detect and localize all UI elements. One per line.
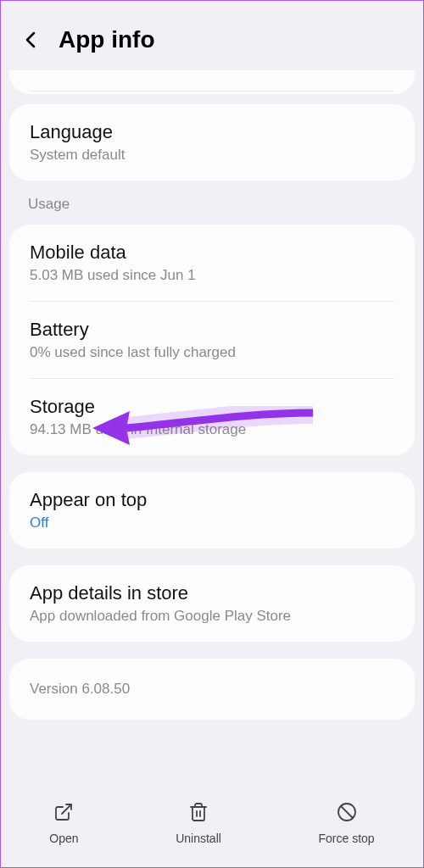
usage-card: Mobile data 5.03 MB used since Jun 1 Bat…	[9, 225, 415, 455]
open-icon	[53, 802, 74, 825]
button-label: Open	[49, 832, 78, 845]
button-label: Force stop	[319, 832, 375, 845]
item-title: Storage	[30, 396, 394, 418]
page-title: App info	[59, 26, 155, 53]
list-item-app-details[interactable]: App details in store App downloaded from…	[9, 565, 415, 642]
trash-icon	[188, 802, 209, 825]
app-details-card: App details in store App downloaded from…	[9, 565, 415, 642]
bottom-action-bar: Open Uninstall Force stop	[1, 787, 423, 867]
version-text: Version 6.08.50	[30, 681, 394, 698]
uninstall-button[interactable]: Uninstall	[176, 802, 221, 845]
item-title: App details in store	[30, 582, 394, 604]
item-sub: App downloaded from Google Play Store	[30, 608, 394, 625]
item-title: Mobile data	[30, 242, 394, 264]
item-value-link: Off	[30, 515, 394, 531]
app-header: App info	[1, 1, 423, 70]
item-sub: 94.13 MB used in Internal storage	[30, 421, 394, 438]
item-title: Battery	[30, 319, 394, 341]
stop-icon	[337, 802, 357, 825]
language-card: Language System default	[9, 104, 415, 181]
item-sub: 0% used since last fully charged	[30, 344, 394, 361]
back-icon[interactable]	[21, 30, 42, 50]
svg-line-5	[341, 806, 353, 818]
list-item-storage[interactable]: Storage 94.13 MB used in Internal storag…	[9, 379, 415, 455]
appear-on-top-card: Appear on top Off	[9, 472, 415, 548]
usage-section-label: Usage	[1, 181, 423, 225]
item-title: Language	[30, 121, 394, 143]
version-card: Version 6.08.50	[9, 659, 415, 720]
force-stop-button[interactable]: Force stop	[319, 802, 375, 845]
list-item-mobile-data[interactable]: Mobile data 5.03 MB used since Jun 1	[9, 225, 415, 301]
svg-line-1	[62, 804, 71, 814]
list-item-language[interactable]: Language System default	[9, 104, 415, 181]
list-item-battery[interactable]: Battery 0% used since last fully charged	[9, 302, 415, 378]
item-title: Appear on top	[30, 489, 394, 511]
open-button[interactable]: Open	[49, 802, 78, 845]
item-sub: 5.03 MB used since Jun 1	[30, 267, 394, 284]
button-label: Uninstall	[176, 832, 221, 845]
list-item-appear-on-top[interactable]: Appear on top Off	[9, 472, 415, 548]
item-sub: System default	[30, 147, 394, 164]
truncated-card	[9, 70, 415, 94]
